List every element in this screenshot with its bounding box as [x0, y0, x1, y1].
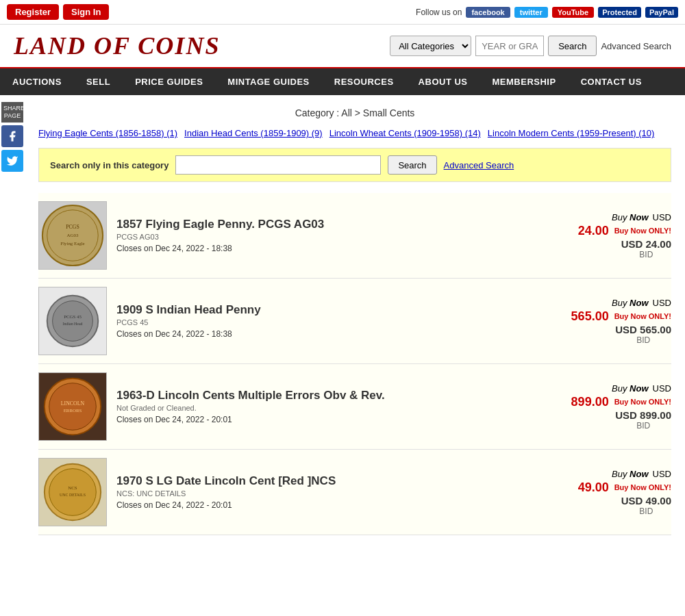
- buy-now-row: Buy Now USD: [612, 212, 671, 222]
- listing-price-area: Buy Now USD 24.00 Buy Now ONLY! USD 24.0…: [521, 212, 671, 259]
- category-search-button[interactable]: Search: [388, 155, 436, 175]
- buy-now-label: Buy Now: [612, 383, 648, 394]
- buy-now-label: Buy Now: [612, 212, 648, 222]
- breadcrumb: Category : All > Small Cents: [38, 102, 671, 128]
- protected-badge: Protected: [598, 7, 641, 18]
- category-link-lincoln-modern[interactable]: Lincoln Modern Cents (1959-Present) (10): [488, 128, 655, 138]
- coin-image: LINCOLN ERRORS: [39, 372, 106, 441]
- listing-title[interactable]: 1909 S Indian Head Penny: [116, 303, 511, 317]
- listing-subtitle: Not Graded or Cleaned.: [116, 404, 511, 412]
- listing-item: PCGS AG03 Flying Eagle 1857 Flying Eagle…: [38, 193, 671, 279]
- listing-thumbnail[interactable]: LINCOLN ERRORS: [38, 372, 107, 441]
- bid-label: BID: [615, 421, 671, 431]
- listing-thumbnail[interactable]: PCGS AG03 Flying Eagle: [38, 201, 107, 270]
- twitter-icon: [6, 155, 18, 167]
- header-search-button[interactable]: Search: [548, 36, 597, 56]
- listings-container: PCGS AG03 Flying Eagle 1857 Flying Eagle…: [38, 193, 671, 535]
- register-button[interactable]: Register: [7, 4, 59, 20]
- usd-currency: USD: [653, 383, 671, 394]
- category-link-flying-eagle[interactable]: Flying Eagle Cents (1856-1858) (1): [38, 128, 177, 138]
- listing-title[interactable]: 1857 Flying Eagle Penny. PCGS AG03: [116, 218, 511, 231]
- signin-button[interactable]: Sign In: [63, 4, 109, 20]
- bid-box: USD 565.00 BID: [615, 324, 671, 345]
- listing-closes: Closes on Dec 24, 2022 - 20:01: [116, 415, 511, 424]
- share-sidebar: SHARE PAGE: [0, 95, 25, 542]
- youtube-link[interactable]: YouTube: [552, 7, 594, 18]
- buy-now-row: Buy Now USD: [612, 469, 671, 479]
- category-search-label: Search only in this category: [50, 160, 169, 170]
- twitter-link[interactable]: twitter: [514, 7, 548, 18]
- listing-thumbnail[interactable]: NCS UNC DETAILS: [38, 458, 107, 526]
- listing-price-area: Buy Now USD 49.00 Buy Now ONLY! USD 49.0…: [521, 469, 671, 516]
- nav-resources[interactable]: RESOURCES: [322, 68, 406, 95]
- listing-price-area: Buy Now USD 899.00 Buy Now ONLY! USD 899…: [521, 383, 671, 431]
- facebook-link[interactable]: facebook: [466, 7, 510, 18]
- usd-bid: USD 565.00: [615, 324, 671, 335]
- top-bar: Register Sign In Follow us on facebook t…: [0, 0, 685, 25]
- listing-item: PCGS 45 Indian Head 1909 S Indian Head P…: [38, 279, 671, 364]
- usd-bid: USD 899.00: [615, 409, 671, 421]
- category-link-indian-head[interactable]: Indian Head Cents (1859-1909) (9): [184, 128, 323, 138]
- svg-text:UNC DETAILS: UNC DETAILS: [60, 493, 86, 497]
- main-content: Category : All > Small Cents Flying Eagl…: [25, 95, 685, 542]
- category-search-bar: Search only in this category Search Adva…: [38, 148, 671, 182]
- buy-now-row: Buy Now USD: [612, 298, 671, 308]
- twitter-share-button[interactable]: [1, 150, 23, 172]
- listing-info: 1963-D Lincoln Cents Multiple Errors Obv…: [116, 389, 511, 424]
- share-page-button[interactable]: SHARE PAGE: [1, 102, 23, 123]
- listing-closes: Closes on Dec 24, 2022 - 18:38: [116, 329, 511, 339]
- svg-text:NCS: NCS: [68, 485, 77, 490]
- nav-sell[interactable]: SELL: [74, 68, 123, 95]
- usd-currency: USD: [653, 298, 671, 308]
- listing-info: 1857 Flying Eagle Penny. PCGS AG03 PCGS …: [116, 218, 511, 253]
- main-nav: AUCTIONS SELL PRICE GUIDES MINTAGE GUIDE…: [0, 68, 685, 95]
- nav-mintage-guides[interactable]: MINTAGE GUIDES: [215, 68, 321, 95]
- auth-buttons: Register Sign In: [7, 4, 109, 20]
- coin-image: PCGS AG03 Flying Eagle: [39, 201, 106, 270]
- listing-info: 1970 S LG Date Lincoln Cent [Red ]NCS NC…: [116, 474, 511, 510]
- category-advanced-search-link[interactable]: Advanced Search: [444, 160, 514, 170]
- nav-about-us[interactable]: ABOUT US: [406, 68, 480, 95]
- search-area: All Categories Small Cents Large Cents N…: [390, 36, 671, 56]
- header-advanced-search-link[interactable]: Advanced Search: [601, 41, 671, 51]
- listing-price: 899.00: [571, 395, 609, 409]
- listing-price: 24.00: [578, 224, 609, 238]
- buy-now-label: Buy Now: [612, 469, 648, 479]
- price-row: 899.00 Buy Now ONLY!: [571, 395, 671, 409]
- listing-closes: Closes on Dec 24, 2022 - 20:01: [116, 500, 511, 510]
- social-links: Follow us on facebook twitter YouTube Pr…: [416, 7, 678, 18]
- svg-text:LINCOLN: LINCOLN: [61, 400, 85, 407]
- bid-label: BID: [621, 506, 671, 516]
- listing-subtitle: PCGS 45: [116, 318, 511, 326]
- svg-text:PCGS: PCGS: [66, 224, 79, 230]
- svg-text:PCGS 45: PCGS 45: [64, 314, 82, 319]
- listing-subtitle: NCS: UNC DETAILS: [116, 489, 511, 498]
- facebook-icon: [6, 130, 18, 142]
- usd-currency: USD: [653, 212, 671, 222]
- listing-subtitle: PCGS AG03: [116, 233, 511, 241]
- listing-title[interactable]: 1963-D Lincoln Cents Multiple Errors Obv…: [116, 389, 511, 402]
- nav-membership[interactable]: MEMBERSHIP: [480, 68, 569, 95]
- bid-label: BID: [621, 250, 671, 259]
- usd-bid: USD 24.00: [621, 238, 671, 250]
- site-logo[interactable]: LAND OF COINS: [14, 31, 390, 60]
- svg-text:Flying Eagle: Flying Eagle: [60, 241, 84, 246]
- nav-contact-us[interactable]: CONTACT US: [569, 68, 654, 95]
- category-link-lincoln-wheat[interactable]: Lincoln Wheat Cents (1909-1958) (14): [329, 128, 481, 138]
- header: LAND OF COINS All Categories Small Cents…: [0, 25, 685, 68]
- category-select[interactable]: All Categories Small Cents Large Cents N…: [390, 36, 471, 56]
- buy-now-label: Buy Now: [612, 298, 648, 308]
- nav-auctions[interactable]: AUCTIONS: [0, 68, 74, 95]
- nav-price-guides[interactable]: PRICE GUIDES: [123, 68, 215, 95]
- buy-now-row: Buy Now USD: [612, 383, 671, 394]
- category-search-input[interactable]: [175, 155, 381, 175]
- listing-title[interactable]: 1970 S LG Date Lincoln Cent [Red ]NCS: [116, 474, 511, 488]
- listing-thumbnail[interactable]: PCGS 45 Indian Head: [38, 287, 107, 355]
- listing-closes: Closes on Dec 24, 2022 - 18:38: [116, 244, 511, 253]
- bid-box: USD 24.00 BID: [621, 238, 671, 259]
- price-row: 24.00 Buy Now ONLY!: [578, 224, 671, 238]
- usd-bid: USD 49.00: [621, 495, 671, 506]
- facebook-share-button[interactable]: [1, 125, 23, 147]
- listing-price: 49.00: [578, 480, 609, 495]
- year-grade-input[interactable]: [475, 36, 544, 56]
